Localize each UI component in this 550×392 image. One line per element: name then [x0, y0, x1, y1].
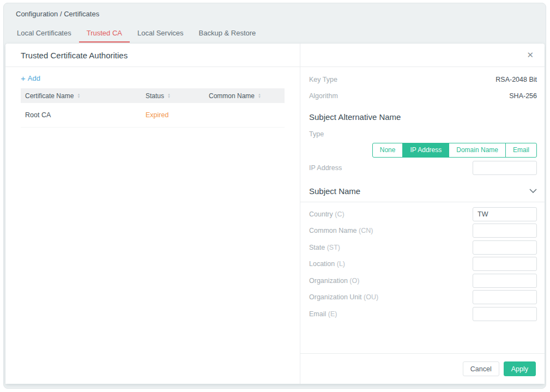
key-type-label: Key Type: [309, 76, 337, 83]
column-header-status[interactable]: Status ▲▼: [146, 92, 209, 100]
column-label: Status: [146, 92, 164, 100]
tab-local-certificates[interactable]: Local Certificates: [9, 25, 79, 43]
ip-address-label: IP Address: [309, 164, 342, 172]
subject-name-heading: Subject Name: [300, 186, 545, 196]
tab-bar: Local Certificates Trusted CA Local Serv…: [9, 25, 263, 43]
subject-heading-label: Subject Name: [309, 186, 360, 196]
state-input[interactable]: [473, 240, 537, 255]
table-header-row: Certificate Name ▲▼ Status ▲▼ Common Nam…: [21, 88, 285, 103]
drawer-footer: Cancel Apply: [300, 353, 545, 384]
key-type-value: RSA-2048 Bit: [495, 76, 537, 83]
breadcrumb: Configuration / Certificates: [16, 10, 99, 18]
organization-row: Organization (O): [300, 274, 545, 287]
common-name-input[interactable]: [473, 224, 537, 238]
key-type-row: Key Type RSA-2048 Bit: [300, 71, 545, 88]
organization-unit-input[interactable]: [473, 290, 537, 304]
tab-trusted-ca[interactable]: Trusted CA: [79, 25, 130, 43]
state-label: State (ST): [309, 244, 340, 251]
cell-certificate-name: Root CA: [25, 111, 146, 119]
san-type-selector-row: None IP Address Domain Name Email: [300, 143, 545, 158]
algorithm-row: Algorithm SHA-256: [300, 88, 545, 104]
column-label: Common Name: [209, 92, 255, 100]
content-card: Trusted Certificate Authorities + Add Ce…: [5, 44, 545, 384]
column-label: Certificate Name: [25, 92, 74, 100]
common-name-label: Common Name (CN): [309, 227, 373, 234]
state-row: State (ST): [300, 240, 545, 254]
organization-unit-label: Organization Unit (OU): [309, 293, 378, 301]
tab-backup-restore[interactable]: Backup & Restore: [191, 25, 264, 43]
san-option-none[interactable]: None: [372, 143, 403, 158]
status-badge: Expired: [146, 111, 209, 119]
san-heading-label: Subject Alternative Name: [309, 112, 401, 122]
apply-button[interactable]: Apply: [504, 361, 536, 376]
san-option-email[interactable]: Email: [505, 143, 537, 158]
common-name-row: Common Name (CN): [300, 224, 545, 238]
algorithm-value: SHA-256: [509, 92, 537, 100]
close-icon[interactable]: ✕: [527, 50, 534, 60]
country-row: Country (C): [300, 207, 545, 221]
organization-unit-row: Organization Unit (OU): [300, 291, 545, 304]
san-section-heading: Subject Alternative Name: [300, 112, 545, 122]
ip-address-row: IP Address: [300, 160, 545, 176]
email-input[interactable]: [473, 307, 537, 321]
type-label: Type: [309, 130, 324, 138]
location-input[interactable]: [473, 257, 537, 271]
plus-icon: +: [21, 74, 26, 83]
certificate-detail-drawer: ✕ Key Type RSA-2048 Bit Algorithm SHA-25…: [300, 44, 545, 384]
san-type-segmented-control: None IP Address Domain Name Email: [372, 143, 537, 158]
column-header-certificate-name[interactable]: Certificate Name ▲▼: [25, 92, 146, 100]
add-button-label: Add: [28, 74, 40, 82]
column-header-common-name[interactable]: Common Name ▲▼: [209, 92, 280, 100]
cancel-button[interactable]: Cancel: [463, 361, 499, 376]
app-window: Configuration / Certificates Local Certi…: [3, 3, 546, 389]
chevron-down-icon[interactable]: [529, 189, 537, 194]
section-divider: [300, 202, 545, 202]
email-row: Email (E): [300, 307, 545, 321]
subject-name-form: Country (C) Common Name (CN) State (ST) …: [300, 207, 545, 321]
trusted-ca-panel: Trusted Certificate Authorities + Add Ce…: [5, 44, 300, 384]
country-input[interactable]: [473, 207, 537, 221]
san-type-row: Type: [300, 129, 545, 139]
tab-local-services[interactable]: Local Services: [130, 25, 191, 43]
san-option-ip-address[interactable]: IP Address: [402, 143, 449, 158]
add-button[interactable]: + Add: [21, 74, 40, 83]
sort-icon: ▲▼: [167, 93, 171, 99]
location-row: Location (L): [300, 257, 545, 271]
sort-icon: ▲▼: [77, 93, 80, 99]
panel-body: + Add Certificate Name ▲▼ Status ▲▼ Comm…: [5, 67, 300, 128]
algorithm-label: Algorithm: [309, 92, 338, 100]
organization-label: Organization (O): [309, 277, 359, 285]
location-label: Location (L): [309, 260, 345, 268]
organization-input[interactable]: [473, 274, 537, 288]
table-row[interactable]: Root CA Expired: [21, 103, 285, 128]
email-label: Email (E): [309, 310, 337, 318]
ip-address-input[interactable]: [473, 161, 537, 175]
san-option-domain-name[interactable]: Domain Name: [449, 143, 506, 158]
sort-icon: ▲▼: [258, 93, 261, 99]
drawer-body: Key Type RSA-2048 Bit Algorithm SHA-256 …: [300, 67, 545, 353]
country-label: Country (C): [309, 210, 344, 218]
panel-title: Trusted Certificate Authorities: [5, 44, 300, 67]
drawer-header: ✕: [300, 44, 545, 67]
